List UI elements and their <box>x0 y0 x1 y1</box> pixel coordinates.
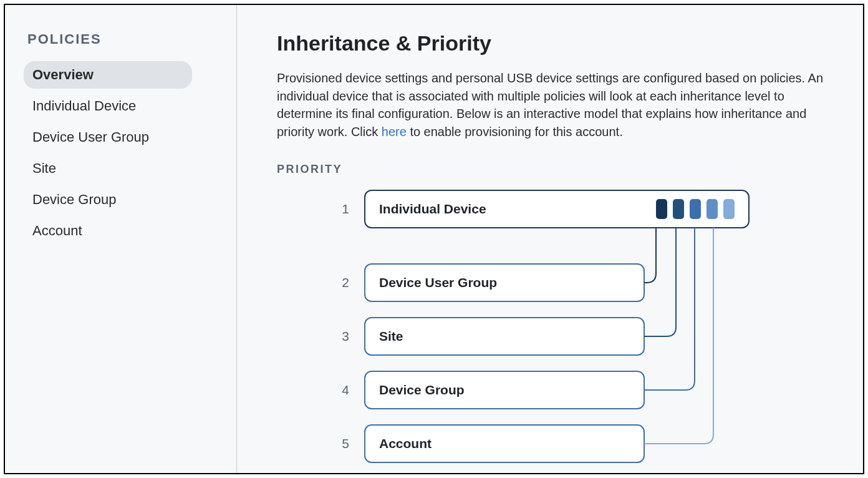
priority-box-device-group[interactable]: Device Group <box>364 371 645 409</box>
sidebar-nav: Overview Individual Device Device User G… <box>24 61 221 245</box>
sidebar-item-site[interactable]: Site <box>24 155 192 182</box>
sidebar-item-individual-device[interactable]: Individual Device <box>24 92 192 120</box>
desc-text-post: to enable provisioning for this account. <box>407 125 623 139</box>
priority-number: 4 <box>321 383 349 398</box>
page-title: Inheritance & Priority <box>277 31 841 56</box>
app-frame: POLICIES Overview Individual Device Devi… <box>4 4 864 474</box>
priority-row-5: 5 Account <box>321 424 645 463</box>
priority-row-2: 2 Device User Group <box>321 263 645 302</box>
chip-icon <box>690 199 701 219</box>
priority-number: 1 <box>321 202 349 217</box>
priority-box-label: Device Group <box>379 383 465 398</box>
enable-provisioning-link[interactable]: here <box>382 125 407 139</box>
priority-row-4: 4 Device Group <box>321 371 645 409</box>
priority-row-3: 3 Site <box>321 317 645 356</box>
sidebar-item-device-group[interactable]: Device Group <box>24 186 192 213</box>
main-content: Inheritance & Priority Provisioned devic… <box>237 5 863 473</box>
priority-box-account[interactable]: Account <box>364 424 645 463</box>
priority-box-label: Site <box>379 329 403 344</box>
chip-icon <box>723 199 735 219</box>
priority-number: 3 <box>321 329 349 344</box>
priority-number: 2 <box>321 275 349 290</box>
priority-box-label: Individual Device <box>379 202 486 217</box>
sidebar-item-overview[interactable]: Overview <box>24 61 192 89</box>
sidebar-heading: POLICIES <box>24 31 221 47</box>
priority-diagram: 1 Individual Device 2 Device User Group <box>277 190 751 464</box>
sidebar: POLICIES Overview Individual Device Devi… <box>5 5 237 473</box>
priority-box-individual-device[interactable]: Individual Device <box>364 190 750 228</box>
chip-icon <box>656 199 667 219</box>
priority-box-label: Account <box>379 436 432 451</box>
priority-box-device-user-group[interactable]: Device User Group <box>364 263 645 302</box>
priority-box-site[interactable]: Site <box>364 317 645 356</box>
priority-box-label: Device User Group <box>379 275 497 290</box>
sidebar-item-device-user-group[interactable]: Device User Group <box>24 124 192 151</box>
sidebar-item-account[interactable]: Account <box>24 217 192 245</box>
page-description: Provisioned device settings and personal… <box>277 69 841 140</box>
chip-icon <box>673 199 684 219</box>
chip-icon <box>706 199 718 219</box>
priority-number: 5 <box>321 436 349 451</box>
priority-row-1: 1 Individual Device <box>321 190 750 228</box>
priority-chips <box>656 199 735 219</box>
priority-section-label: PRIORITY <box>277 163 841 176</box>
